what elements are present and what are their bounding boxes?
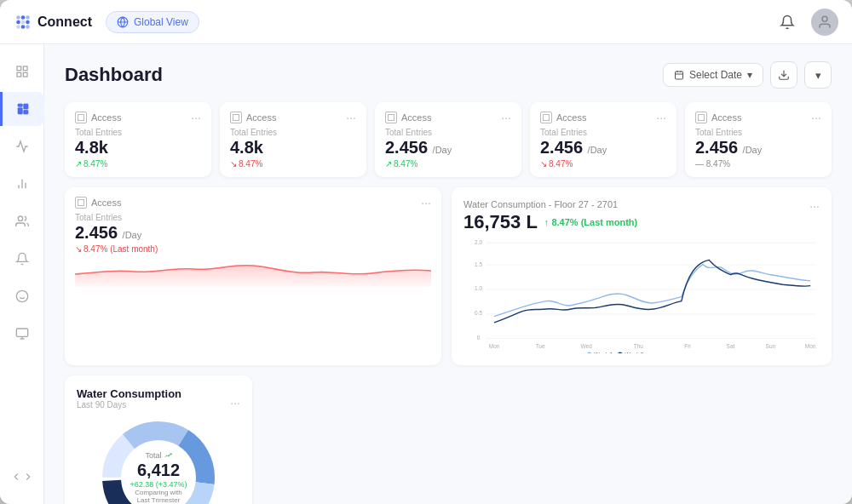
svg-point-3 (16, 20, 20, 24)
svg-point-8 (26, 25, 30, 29)
svg-rect-16 (18, 104, 22, 106)
notification-button[interactable] (774, 9, 801, 36)
card-2-more[interactable]: ··· (346, 111, 356, 124)
card-4-label: Access (556, 112, 586, 123)
sparkline-svg (75, 257, 431, 287)
svg-text:Mon: Mon (805, 343, 816, 349)
sparkline-card-label: Access (91, 198, 121, 208)
expand-icon-5 (695, 112, 707, 123)
sidebar (0, 44, 44, 504)
card-1-change: ↗ 8.47% (75, 159, 201, 169)
card-3-subtitle: Total Entries (385, 128, 511, 137)
card-5-value: 2.456 /Day (695, 137, 821, 158)
export-button[interactable] (770, 61, 797, 89)
card-5-subtitle: Total Entries (695, 128, 821, 137)
svg-point-23 (18, 216, 22, 220)
sidebar-item-charts[interactable] (5, 129, 39, 163)
global-view-button[interactable]: Global View (106, 11, 199, 33)
expand-icon-3 (385, 112, 397, 123)
user-icon (817, 14, 832, 30)
metric-card-1: Access ··· Total Entries 4.8k ↗ 8.47% (65, 102, 211, 177)
card-2-subtitle: Total Entries (230, 128, 356, 137)
donut-more-btn[interactable]: ··· (230, 396, 240, 410)
svg-text:Wed: Wed (581, 343, 593, 349)
dashboard-icon (16, 102, 30, 116)
arrow-up-icon: ↗ (75, 159, 82, 169)
metric-card-3: Access ··· Total Entries 2.456 /Day ↗ 8.… (375, 102, 521, 177)
card-3-value: 2.456 /Day (385, 137, 511, 158)
chevron-icon: ▾ (747, 69, 752, 81)
app-logo: Connect (14, 13, 92, 32)
header-actions: Select Date ▾ ▾ (663, 61, 832, 89)
svg-point-7 (21, 25, 26, 29)
svg-text:Thu: Thu (634, 343, 644, 349)
svg-text:Fri: Fri (684, 343, 691, 349)
svg-point-24 (16, 290, 27, 301)
sidebar-item-monitor[interactable] (5, 317, 39, 351)
svg-rect-30 (675, 72, 682, 79)
chart-change-text: ↑ 8.47% (Last month) (544, 217, 637, 227)
svg-point-4 (21, 20, 26, 24)
date-select-label: Select Date (689, 69, 742, 81)
arrow-down-icon: ↘ (230, 159, 237, 169)
svg-point-5 (26, 20, 30, 24)
expand-icon-4 (540, 112, 552, 123)
svg-rect-13 (23, 66, 27, 71)
app-title: Connect (37, 14, 92, 30)
svg-text:Week 2: Week 2 (625, 352, 644, 353)
sidebar-item-people[interactable] (5, 204, 39, 238)
card-3-change: ↗ 8.47% (385, 159, 511, 169)
expand-icon-1 (75, 112, 87, 123)
svg-rect-17 (24, 104, 28, 109)
card-2-label: Access (246, 112, 276, 123)
page-header: Dashboard Select Date ▾ ▾ (65, 61, 832, 89)
more-button[interactable]: ▾ (804, 61, 832, 89)
chart-main-value: 16,753 L ↑ 8.47% (Last month) (463, 211, 637, 233)
topbar-actions (774, 9, 838, 36)
water-chart-card: Water Consumption - Floor 27 - 2701 16,7… (452, 187, 832, 365)
sidebar-item-grid[interactable] (5, 54, 39, 89)
svg-point-55 (618, 352, 623, 352)
sidebar-bottom (5, 460, 39, 494)
svg-rect-18 (18, 108, 22, 114)
sidebar-item-expand[interactable] (5, 460, 39, 494)
svg-text:Tue: Tue (536, 343, 545, 349)
smile-icon (15, 289, 29, 303)
chart-header: Water Consumption - Floor 27 - 2701 16,7… (463, 199, 820, 233)
date-select-button[interactable]: Select Date ▾ (663, 63, 763, 87)
card-3-label: Access (401, 112, 431, 123)
bottom-section: Water Consumption Last 90 Days ··· (65, 375, 832, 504)
sparkline-card-subtitle: Total Entries (75, 213, 431, 222)
page-title: Dashboard (65, 64, 163, 86)
card-2-value: 4.8k (230, 137, 356, 158)
cards-row-1: Access ··· Total Entries 4.8k ↗ 8.47% (65, 102, 832, 177)
svg-rect-15 (23, 72, 27, 77)
sidebar-item-dashboard[interactable] (0, 92, 44, 126)
card-3-more[interactable]: ··· (501, 111, 511, 124)
card-5-more[interactable]: ··· (811, 111, 821, 124)
donut-center: Total 6,412 +62.38 (+3.47%) Comparing wi… (129, 451, 188, 504)
svg-text:1.5: 1.5 (475, 261, 482, 267)
sidebar-item-bell[interactable] (5, 242, 39, 276)
chart-more-btn[interactable]: ··· (809, 199, 820, 213)
sparkline-container (75, 257, 431, 287)
donut-subtitle: Last 90 Days (77, 400, 181, 410)
sparkline-card-value: 2.456 /Day (75, 222, 431, 243)
card-1-more[interactable]: ··· (191, 111, 201, 124)
sparkline-card-more[interactable]: ··· (421, 196, 431, 209)
main-content: Dashboard Select Date ▾ ▾ (44, 44, 852, 504)
notification-icon (15, 252, 29, 266)
logo-icon (14, 13, 32, 32)
chart-line-icon (15, 140, 29, 153)
svg-point-1 (21, 15, 26, 20)
user-avatar[interactable] (811, 9, 838, 36)
trend-up-icon (164, 451, 172, 460)
svg-point-11 (822, 16, 827, 21)
arrow-up-icon-3: ↗ (385, 159, 392, 169)
sidebar-item-bar[interactable] (5, 167, 39, 201)
card-4-more[interactable]: ··· (656, 111, 666, 124)
svg-text:Week 1: Week 1 (595, 352, 613, 353)
chart-value-text: 16,753 L (463, 211, 538, 233)
sidebar-item-face[interactable] (5, 279, 39, 313)
global-view-label: Global View (134, 16, 188, 28)
